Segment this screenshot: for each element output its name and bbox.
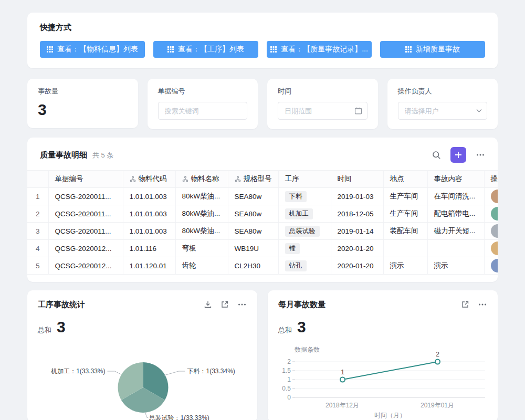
accident-count-card: 事故量 3 [27,79,138,128]
cell-operator [484,240,498,257]
add-record-button[interactable] [450,147,466,163]
accident-count-label: 事故量 [38,87,128,96]
line-total-value: 3 [297,319,306,335]
pie-total-label: 总和 [38,326,51,335]
cell-spec: CL2H30 [228,257,278,275]
table-row[interactable]: 3 QCSG-2020011... 1.01.01.003 80kW柴油... … [27,223,498,240]
shortcut-label: 查看：【质量事故记录】... [281,45,368,54]
cell-place: 生产车间 [383,205,427,223]
process-tag: 镗 [285,243,300,254]
column-header-content: 事故内容 [427,171,484,188]
table-row[interactable]: 4 QCSG-2020012... 1.01.116 弯板 WB19U 镗 20… [27,240,498,257]
y-axis-title: 数据条数 [295,346,320,353]
accident-count-value: 3 [38,101,128,119]
cell-content: 在车间清洗... [427,188,484,205]
pie-label-assembly: 总装试验：1(33.33%) [149,414,209,420]
cell-doc: QCSG-2020012... [48,240,123,257]
column-header-doc: 单据编号 [48,171,123,188]
cell-date: 2018-12-05 [331,205,383,223]
cell-operator [484,205,498,223]
cell-place: 演示 [383,257,427,275]
view-process-list-button[interactable]: 查看：【工序】列表 [153,41,258,58]
filter-row: 事故量 3 单据编号 时间 操作负责人 [27,79,498,129]
cell-mat-code: 1.01.01.003 [123,188,175,205]
grid-icon [405,46,412,52]
line-total-label: 总和 [278,326,292,335]
cell-place: 装配车间 [383,223,427,240]
y-tick: 1 [287,376,291,383]
add-quality-accident-button[interactable]: 新增质量事故 [380,41,485,58]
open-external-icon [461,300,469,309]
cell-place: 生产车间 [383,188,427,205]
process-tag: 总装试验 [285,226,320,237]
cell-mat-name: 80kW柴油... [175,205,228,223]
cell-process: 钻孔 [278,257,331,275]
pie-total-value: 3 [57,319,66,335]
open-external-icon [220,300,229,309]
relation-icon [235,176,241,182]
operator-select[interactable] [398,102,488,120]
table-row[interactable]: 1 QCSG-2020011... 1.01.01.003 80kW柴油... … [27,188,498,205]
open-external-button[interactable] [220,300,229,309]
monthly-line-chart: 数据条数 2 1.5 1 0.5 0 12 [278,342,487,420]
cell-place [383,240,427,257]
table-viewport: 单据编号 物料代码 物料名称 规格型号 工序 时间 地点 事故内容 操作负责人 [27,170,498,275]
column-header-mat-name: 物料名称 [175,171,228,188]
process-stats-card: 工序事故统计 总和 3 [27,290,257,420]
cell-date: 2020-01-20 [331,240,383,257]
x-tick: 2019年01月 [421,402,454,409]
shortcuts-title: 快捷方式 [40,22,485,33]
cell-doc: QCSG-2020011... [48,188,123,205]
process-pie-chart: 机加工：1(33.33%) 下料：1(33.34%) 总装试验：1(33.33%… [38,342,247,420]
download-button[interactable] [204,300,212,309]
cell-mat-name: 齿轮 [175,257,228,275]
more-button[interactable] [237,300,247,309]
dashboard-page: 快捷方式 查看：【物料信息】列表 查看：【工序】列表 [0,0,525,420]
cell-spec: SEA80w [228,188,278,205]
doc-number-filter-card: 单据编号 [148,79,258,129]
search-button[interactable] [432,151,441,160]
shortcut-label: 新增质量事故 [416,45,460,54]
cell-mat-code: 1.01.01.003 [123,205,175,223]
x-axis-title: 时间（月） [374,412,406,419]
more-button[interactable] [478,300,487,309]
avatar [491,259,498,272]
y-tick: 0 [287,394,291,401]
view-material-list-button[interactable]: 查看：【物料信息】列表 [40,41,145,58]
download-icon [204,300,212,309]
pie-label-blanking: 下料：1(33.34%) [187,368,235,375]
cell-spec: SEA80w [228,223,278,240]
cell-spec: SEA80w [228,205,278,223]
doc-number-search-input[interactable] [158,102,248,120]
cell-operator [484,223,498,240]
table-row[interactable]: 2 QCSG-2020011... 1.01.01.003 80kW柴油... … [27,205,498,223]
avatar [491,242,498,255]
doc-number-label: 单据编号 [158,87,248,96]
view-quality-record-list-button[interactable]: 查看：【质量事故记录】... [267,41,372,58]
more-button[interactable] [476,150,485,160]
accident-table: 单据编号 物料代码 物料名称 规格型号 工序 时间 地点 事故内容 操作负责人 [27,170,498,275]
shortcut-button-row: 查看：【物料信息】列表 查看：【工序】列表 查看：【质量事故记录】... [40,41,485,58]
more-icon [478,300,487,309]
cell-content [427,240,484,257]
table-record-count: 共 5 条 [92,151,113,160]
column-header-spec: 规格型号 [228,171,278,188]
cell-mat-code: 1.01.01.003 [123,223,175,240]
cell-operator [484,188,498,205]
column-header-place: 地点 [383,171,427,188]
shortcut-label: 查看：【工序】列表 [178,45,244,54]
relation-icon [182,176,188,182]
cell-doc: QCSG-2020012... [48,257,123,275]
column-header-date: 时间 [331,171,383,188]
operator-label: 操作负责人 [398,87,488,96]
cell-mat-name: 80kW柴油... [175,223,228,240]
cell-content: 磁力开关短... [427,223,484,240]
svg-text:2: 2 [436,351,439,358]
table-header-bar: 质量事故明细 共 5 条 [27,147,498,163]
table-row[interactable]: 5 QCSG-2020012... 1.01.120.01 齿轮 CL2H30 … [27,257,498,275]
dashboard-content: 快捷方式 查看：【物料信息】列表 查看：【工序】列表 [0,0,525,420]
cell-date: 2019-01-03 [331,188,383,205]
open-external-button[interactable] [461,300,469,309]
cell-doc: QCSG-2020011... [48,223,123,240]
column-header-index [27,171,48,188]
